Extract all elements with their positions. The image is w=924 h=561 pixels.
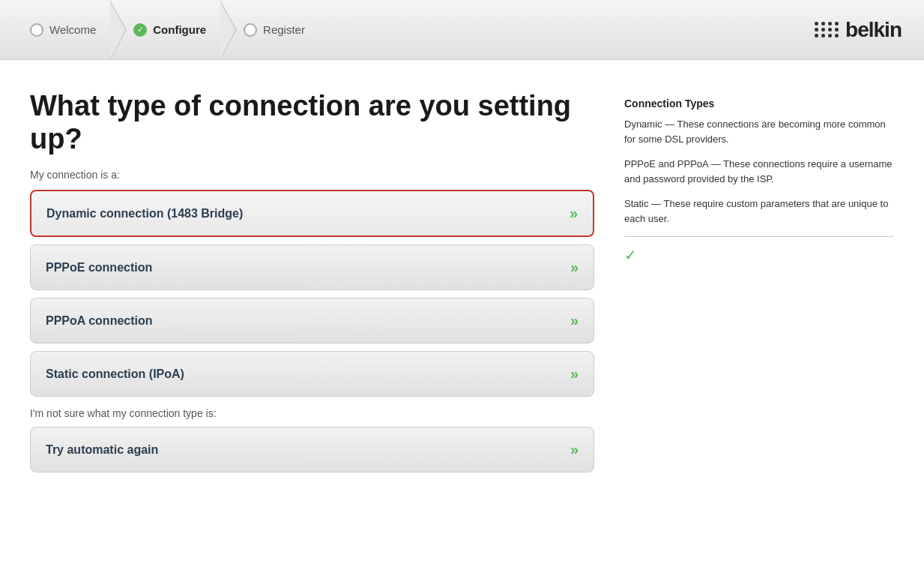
dynamic-connection-label: Dynamic connection (1483 Bridge): [46, 207, 243, 220]
welcome-step-label: Welcome: [49, 23, 96, 36]
wizard-step-register[interactable]: Register: [236, 23, 320, 37]
belkin-dots-icon: [815, 22, 839, 38]
static-chevron-icon: »: [570, 365, 579, 382]
auto-connection-label: Try automatic again: [46, 443, 158, 457]
belkin-logo: belkin: [815, 18, 902, 42]
dynamic-info-text: Dynamic — These connections are becoming…: [624, 117, 894, 146]
connection-prompt: My connection is a:: [30, 169, 594, 181]
dynamic-chevron-icon: »: [570, 205, 578, 222]
pppoa-chevron-icon: »: [570, 312, 579, 329]
belkin-logo-text: belkin: [845, 18, 902, 42]
configure-step-label: Configure: [153, 23, 206, 36]
dynamic-connection-button[interactable]: Dynamic connection (1483 Bridge) »: [30, 190, 594, 237]
pppoa-connection-button[interactable]: PPPoA connection »: [30, 298, 594, 344]
wizard-arrow-1: [110, 0, 127, 60]
wizard-header: Welcome ✓ Configure Register: [0, 0, 924, 60]
wizard-arrow-2: [220, 0, 237, 60]
auto-chevron-icon: »: [570, 441, 579, 458]
pppoe-connection-button[interactable]: PPPoE connection »: [30, 244, 594, 290]
checkmark-decoration-icon: ✓: [624, 246, 894, 264]
pppoe-pppoa-info-text: PPPoE and PPPoA — These connections requ…: [624, 157, 894, 186]
static-connection-button[interactable]: Static connection (IPoA) »: [30, 351, 594, 397]
page-title: What type of connection are you setting …: [30, 90, 594, 155]
static-connection-label: Static connection (IPoA): [46, 368, 184, 381]
static-info-text: Static — These require custom parameters…: [624, 196, 894, 226]
register-step-label: Register: [263, 23, 305, 36]
connection-types-title: Connection Types: [624, 98, 894, 110]
auto-connection-button[interactable]: Try automatic again »: [30, 427, 594, 472]
info-divider: [624, 236, 894, 237]
wizard-step-welcome[interactable]: Welcome: [22, 23, 111, 37]
register-step-circle: [244, 23, 257, 37]
configure-step-circle: ✓: [133, 23, 147, 37]
pppoe-connection-label: PPPoE connection: [46, 261, 152, 274]
left-panel: What type of connection are you setting …: [30, 90, 594, 480]
not-sure-label: I'm not sure what my connection type is:: [30, 407, 594, 419]
main-content: What type of connection are you setting …: [0, 60, 924, 510]
pppoe-chevron-icon: »: [570, 259, 579, 276]
wizard-step-configure[interactable]: ✓ Configure: [126, 23, 221, 37]
wizard-steps: Welcome ✓ Configure Register: [22, 0, 320, 60]
welcome-step-circle: [30, 23, 43, 37]
right-panel: Connection Types Dynamic — These connect…: [624, 90, 894, 480]
pppoa-connection-label: PPPoA connection: [46, 314, 153, 328]
